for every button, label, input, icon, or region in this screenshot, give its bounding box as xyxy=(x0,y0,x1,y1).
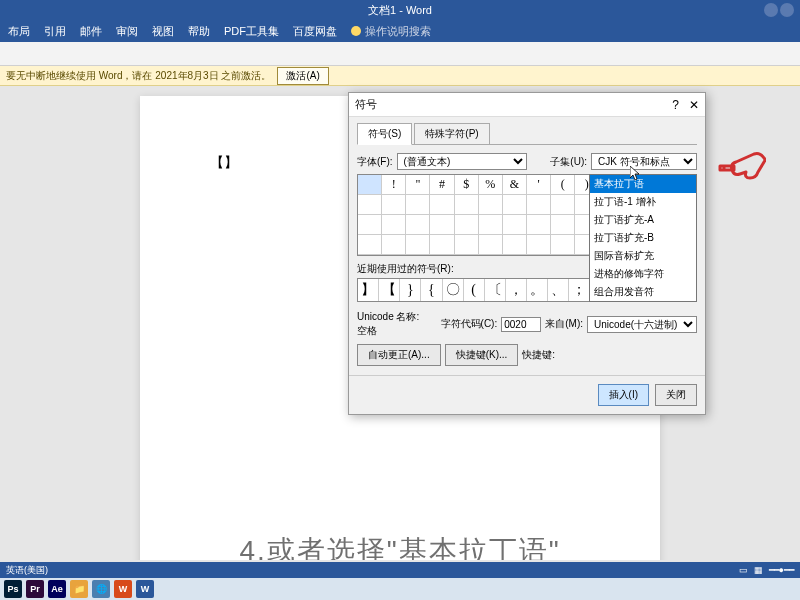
tab-review[interactable]: 审阅 xyxy=(116,24,138,39)
recent-symbol[interactable]: 、 xyxy=(548,279,569,301)
symbol-cell[interactable] xyxy=(406,235,430,255)
symbol-cell[interactable] xyxy=(430,195,454,215)
symbol-cell[interactable] xyxy=(382,215,406,235)
symbol-cell[interactable] xyxy=(503,195,527,215)
status-bar: 英语(美国) ▭ ▦ ━━●━━ xyxy=(0,562,800,578)
dropdown-item[interactable]: 基本拉丁语 xyxy=(590,175,696,193)
symbol-cell[interactable] xyxy=(406,215,430,235)
zoom-slider[interactable]: ━━●━━ xyxy=(769,565,794,575)
tab-references[interactable]: 引用 xyxy=(44,24,66,39)
symbol-cell[interactable]: # xyxy=(430,175,454,195)
symbol-cell[interactable]: ' xyxy=(527,175,551,195)
dropdown-item[interactable]: 国际音标扩充 xyxy=(590,247,696,265)
recent-symbol[interactable]: 【 xyxy=(379,279,400,301)
insert-button[interactable]: 插入(I) xyxy=(598,384,649,406)
tab-pdf[interactable]: PDF工具集 xyxy=(224,24,279,39)
symbol-cell[interactable] xyxy=(479,235,503,255)
activate-button[interactable]: 激活(A) xyxy=(277,67,328,85)
from-label: 来自(M): xyxy=(545,317,583,331)
tell-me-search[interactable]: 操作说明搜索 xyxy=(351,24,431,39)
font-select[interactable]: (普通文本) xyxy=(397,153,527,170)
symbol-cell[interactable] xyxy=(479,215,503,235)
taskbar-app-icon[interactable]: Ps xyxy=(4,580,22,598)
tab-view[interactable]: 视图 xyxy=(152,24,174,39)
dropdown-item[interactable]: 拉丁语扩充-A xyxy=(590,211,696,229)
symbol-cell[interactable] xyxy=(455,195,479,215)
symbol-cell[interactable]: ( xyxy=(551,175,575,195)
view-icon[interactable]: ▦ xyxy=(754,565,763,575)
symbol-cell[interactable]: % xyxy=(479,175,503,195)
activation-message: 要无中断地继续使用 Word，请在 2021年8月3日 之前激活。 xyxy=(6,69,271,83)
recent-symbol[interactable]: ； xyxy=(569,279,590,301)
unicode-name-value: 空格 xyxy=(357,324,419,338)
dropdown-item[interactable]: 进格的修饰字符 xyxy=(590,265,696,283)
dialog-titlebar: 符号 ? ✕ xyxy=(349,93,705,117)
symbol-cell[interactable]: $ xyxy=(455,175,479,195)
recent-symbol[interactable]: 〔 xyxy=(485,279,506,301)
symbol-cell[interactable] xyxy=(358,215,382,235)
language-status[interactable]: 英语(美国) xyxy=(6,564,48,577)
close-button[interactable]: 关闭 xyxy=(655,384,697,406)
symbol-cell[interactable] xyxy=(455,215,479,235)
symbol-cell[interactable] xyxy=(382,235,406,255)
symbol-cell[interactable] xyxy=(430,235,454,255)
tab-help[interactable]: 帮助 xyxy=(188,24,210,39)
tab-mail[interactable]: 邮件 xyxy=(80,24,102,39)
view-icon[interactable]: ▭ xyxy=(739,565,748,575)
symbol-cell[interactable] xyxy=(527,195,551,215)
unicode-name-label: Unicode 名称: xyxy=(357,310,419,324)
account-area[interactable] xyxy=(764,3,794,17)
symbol-cell[interactable] xyxy=(406,195,430,215)
recent-symbol[interactable]: ， xyxy=(506,279,527,301)
window-title: 文档1 - Word xyxy=(368,3,432,18)
symbol-cell[interactable] xyxy=(358,175,382,195)
dropdown-item[interactable]: 组合用发音符 xyxy=(590,283,696,301)
help-icon[interactable]: ? xyxy=(672,98,679,112)
taskbar-app-icon[interactable]: 📁 xyxy=(70,580,88,598)
recent-symbol[interactable]: { xyxy=(421,279,442,301)
symbol-cell[interactable] xyxy=(503,215,527,235)
symbol-cell[interactable] xyxy=(527,215,551,235)
symbol-dialog: 符号 ? ✕ 符号(S) 特殊字符(P) 字体(F): (普通文本) 子集(U)… xyxy=(348,92,706,415)
dropdown-item[interactable]: 拉丁语-1 增补 xyxy=(590,193,696,211)
taskbar-app-icon[interactable]: W xyxy=(114,580,132,598)
symbol-cell[interactable] xyxy=(455,235,479,255)
taskbar-app-icon[interactable]: Ae xyxy=(48,580,66,598)
symbol-cell[interactable] xyxy=(358,195,382,215)
symbol-cell[interactable] xyxy=(430,215,454,235)
taskbar-app-icon[interactable]: 🌐 xyxy=(92,580,110,598)
tab-baidu[interactable]: 百度网盘 xyxy=(293,24,337,39)
shortcut-button[interactable]: 快捷键(K)... xyxy=(445,344,519,366)
shortcut-label: 快捷键: xyxy=(522,348,555,362)
symbol-cell[interactable] xyxy=(551,235,575,255)
symbol-cell[interactable]: ! xyxy=(382,175,406,195)
symbol-cell[interactable] xyxy=(382,195,406,215)
symbol-cell[interactable]: " xyxy=(406,175,430,195)
symbol-cell[interactable] xyxy=(503,235,527,255)
symbol-cell[interactable] xyxy=(527,235,551,255)
recent-symbol[interactable]: } xyxy=(400,279,421,301)
symbol-cell[interactable]: & xyxy=(503,175,527,195)
ribbon-tabs: 布局 引用 邮件 审阅 视图 帮助 PDF工具集 百度网盘 操作说明搜索 xyxy=(0,20,800,42)
tab-layout[interactable]: 布局 xyxy=(8,24,30,39)
tab-special-chars[interactable]: 特殊字符(P) xyxy=(414,123,489,145)
recent-symbol[interactable]: ( xyxy=(464,279,485,301)
subset-select[interactable]: CJK 符号和标点 xyxy=(591,153,697,170)
view-controls[interactable]: ▭ ▦ ━━●━━ xyxy=(739,565,794,575)
taskbar-app-icon[interactable]: Pr xyxy=(26,580,44,598)
recent-symbol[interactable]: 】 xyxy=(358,279,379,301)
taskbar-app-icon[interactable]: W xyxy=(136,580,154,598)
from-select[interactable]: Unicode(十六进制) xyxy=(587,316,697,333)
document-text: 【】 xyxy=(210,154,238,172)
recent-symbol[interactable]: 〇 xyxy=(443,279,464,301)
symbol-cell[interactable] xyxy=(551,215,575,235)
char-code-input[interactable] xyxy=(501,317,541,332)
dropdown-item[interactable]: 拉丁语扩充-B xyxy=(590,229,696,247)
close-icon[interactable]: ✕ xyxy=(689,98,699,112)
recent-symbol[interactable]: 。 xyxy=(527,279,548,301)
symbol-cell[interactable] xyxy=(551,195,575,215)
symbol-cell[interactable] xyxy=(358,235,382,255)
autocorrect-button[interactable]: 自动更正(A)... xyxy=(357,344,441,366)
tab-symbols[interactable]: 符号(S) xyxy=(357,123,412,145)
symbol-cell[interactable] xyxy=(479,195,503,215)
